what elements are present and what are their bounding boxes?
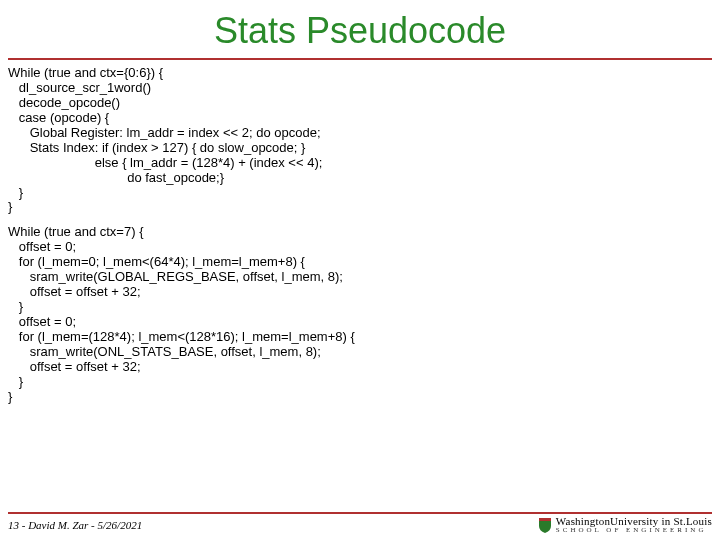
pseudocode-block-1: While (true and ctx={0:6}) { dl_source_s… [0,66,720,215]
footer-page-author-date: 13 - David M. Zar - 5/26/2021 [8,519,142,531]
pseudocode-block-2: While (true and ctx=7) { offset = 0; for… [0,225,720,404]
title-underline [8,58,712,60]
shield-icon [538,517,552,533]
wustl-logo: WashingtonUniversity in St.Louis SCHOOL … [538,516,712,534]
wustl-school: SCHOOL OF ENGINEERING [556,527,712,534]
slide-title: Stats Pseudocode [0,0,720,58]
wustl-text: WashingtonUniversity in St.Louis SCHOOL … [556,516,712,534]
slide-footer: 13 - David M. Zar - 5/26/2021 Washington… [8,512,712,534]
